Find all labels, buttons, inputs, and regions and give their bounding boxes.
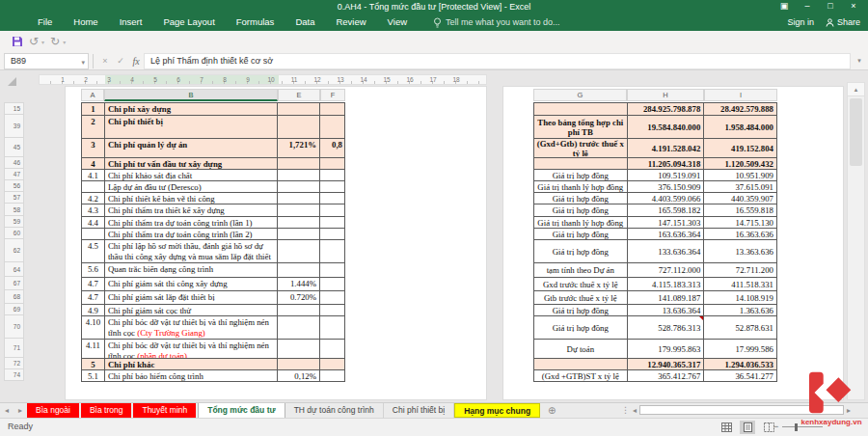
row-header[interactable]: 56 [4,180,24,192]
row-header[interactable]: 69 [4,304,24,315]
cell-description[interactable]: Chi phí khảo sát địa chất [105,170,278,181]
cell-value-h[interactable]: 4.191.528.042 [628,139,705,158]
sheet-tab-chi-phi-thiet-bi[interactable]: Chi phí thiết bị [384,403,454,418]
cell-f[interactable] [320,370,345,382]
cell-no[interactable]: 5.6 [82,263,105,278]
cell-value-h[interactable]: 19.584.840.000 [628,116,705,139]
cell-basis[interactable]: (Gxd +GTB)ST x tỷ lệ [534,370,628,382]
cell-value-h[interactable]: 109.519.091 [628,170,705,181]
cell-value-i[interactable]: 37.615.091 [704,181,777,193]
cell-description[interactable]: Chi phí thiết bị [105,116,278,139]
insert-function-icon[interactable]: fx [128,56,144,67]
cell-basis[interactable]: Giá trị hợp đồng [534,170,628,181]
ribbon-tab-insert[interactable]: Insert [109,14,153,31]
cell-basis[interactable] [534,158,628,170]
cell-description[interactable]: Chi phí thẩm tra thiết kế xây dựng [105,204,278,217]
vertical-scroll-thumb[interactable] [850,98,862,166]
ribbon-tab-page-layout[interactable]: Page Layout [152,14,225,31]
cell-description[interactable]: Lập dự án đầu tư (Deresco) [105,181,278,193]
cell-basis[interactable]: Giá trị hợp đồng [534,229,628,240]
cell-f[interactable] [320,229,345,240]
cell-no[interactable]: 4.11 [82,340,105,359]
add-sheet-icon[interactable]: ⊕ [540,403,563,418]
cell-description[interactable]: Chi phí lập hồ sơ mời thầu, đánh giá hồ … [105,240,278,263]
sheet-tab-bia-ngoai[interactable]: Bìa ngoài [27,403,79,418]
row-header[interactable]: 68 [4,290,24,304]
cell-value-h[interactable]: 11.205.094.318 [628,158,705,170]
cell-value-h[interactable]: 12.940.365.317 [628,359,705,370]
cell-basis[interactable]: Gxd trước thuế x tỷ lệ [534,278,628,291]
cell-rate[interactable] [278,340,320,359]
cell-value-h[interactable]: 4.403.599.066 [628,193,705,204]
redo-dropdown-icon[interactable]: ▾ [63,39,66,45]
sheet-tab-tong-muc-đau-tu[interactable]: Tổng mức đầu tư [198,403,285,418]
row-header[interactable]: 47 [4,169,24,180]
cell-no[interactable]: 4.2 [82,193,105,204]
cell-no[interactable]: 3 [82,139,105,158]
sheet-tab-hang-muc-chung[interactable]: Hạng mục chung [454,403,540,418]
cell-description[interactable]: Chi phí giám sát thi công xây dựng [105,278,278,291]
cell-f[interactable] [320,278,345,291]
tell-me-box[interactable]: Tell me what you want to do... [433,17,560,28]
cell-value-h[interactable]: 179.995.863 [628,340,705,359]
cell-value-i[interactable]: 1.294.036.533 [704,359,777,370]
cell-no[interactable]: 4.1 [82,170,105,181]
ribbon-tab-view[interactable]: View [377,14,418,31]
row-header[interactable]: 59 [4,216,24,228]
cell-basis[interactable]: Giá trị thanh lý hợp đồng [534,181,628,193]
cell-f[interactable] [320,316,345,340]
ribbon-display-options-icon[interactable]: ▣ [773,0,795,13]
formula-input[interactable]: Lệ phí Thẩm định thiết kế cơ sở [144,53,851,69]
cell-description[interactable]: Chi phí bảo hiểm công trình [105,370,278,382]
cell-f[interactable]: 0,8 [320,139,345,158]
cell-rate[interactable] [278,181,320,193]
cell-no[interactable]: 4 [82,158,105,170]
scroll-up-icon[interactable]: ▴ [848,83,864,96]
cell-description[interactable]: Chi phí giám sát lắp đặt thiết bị [105,291,278,305]
next-sheet-icon[interactable]: ▸ [14,403,27,418]
cell-value-h[interactable]: 284.925.798.878 [628,103,705,116]
cell-value-h[interactable]: 4.115.183.313 [628,278,705,291]
cell-rate[interactable]: 1,721% [278,139,320,158]
cell-f[interactable] [320,217,345,229]
name-box-dropdown-icon[interactable]: ▾ [81,55,85,69]
cell-no[interactable] [82,229,105,240]
cell-f[interactable] [320,181,345,193]
cell-rate[interactable] [278,229,320,240]
cell-value-h[interactable]: 727.112.000 [628,263,705,278]
row-header[interactable]: 62 [4,239,24,262]
cell-no[interactable]: 5 [82,359,105,370]
row-header[interactable]: 60 [4,228,24,239]
cell-basis[interactable]: (Gxd+Gtb) trước thuế x tỷ lệ [534,139,628,158]
undo-icon[interactable]: ↺ [29,36,39,47]
cell-rate[interactable] [278,305,320,316]
cell-no[interactable]: 4.5 [82,240,105,263]
cell-value-i[interactable]: 16.559.818 [704,204,777,217]
cell-rate[interactable] [278,217,320,229]
cell-value-h[interactable]: 365.412.767 [628,370,705,382]
cell-rate[interactable]: 0,12% [278,370,320,382]
cell-no[interactable]: 1 [82,103,105,116]
tab-split-handle-icon[interactable]: ⋮ [621,405,630,415]
cell-rate[interactable] [278,116,320,139]
sheet-tab-bia-trong[interactable]: Bìa trong [81,403,132,418]
row-header[interactable]: 45 [4,138,24,157]
vertical-scrollbar[interactable]: ▴ [847,82,865,400]
cell-f[interactable] [320,263,345,278]
cell-basis[interactable]: Giá trị hợp đồng [534,240,628,263]
row-header[interactable]: 71 [4,339,24,358]
cell-f[interactable] [320,359,345,370]
cell-rate[interactable]: 1.444% [278,278,320,291]
row-header[interactable]: 72 [4,358,24,369]
cell-basis[interactable] [534,359,628,370]
cell-description[interactable]: Chi phí xây dựng [105,103,278,116]
cell-value-i[interactable]: 1.958.484.000 [704,116,777,139]
cell-description[interactable]: Chi phí bóc dỡ vật tư thiết bị và thí ng… [105,316,278,340]
sheet-tab-th-du-toan-cong-trinh[interactable]: TH dự toán công trình [285,403,384,418]
cell-value-h[interactable]: 13.636.364 [628,305,705,316]
cell-f[interactable] [320,291,345,305]
cell-basis[interactable]: Giá trị hợp đồng [534,316,628,340]
scroll-left-icon[interactable]: ◂ [633,406,637,415]
column-header-a[interactable]: A [81,89,104,101]
cell-rate[interactable] [278,103,320,116]
